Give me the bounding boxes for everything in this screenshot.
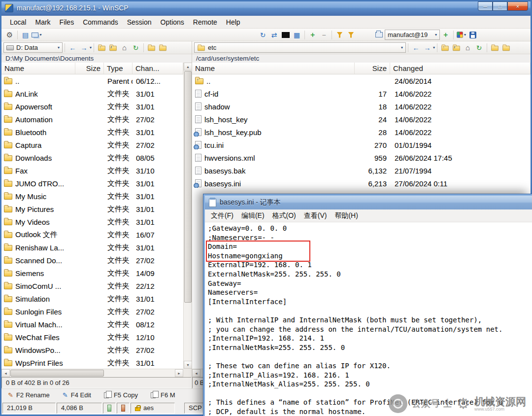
table-row[interactable]: tcu.ini27001/01/1994 <box>192 139 531 151</box>
remote-tree-button[interactable] <box>500 42 512 53</box>
parent-dir-button[interactable]: ↑ <box>96 42 107 53</box>
menu-help[interactable]: Help <box>222 17 245 28</box>
table-row[interactable]: cf-id1714/06/2022 <box>192 87 531 100</box>
refresh-button[interactable]: ↻ <box>257 30 268 40</box>
table-row[interactable]: My Music文件夹31/01 <box>1 190 183 203</box>
table-row[interactable]: Captura文件夹27/02 <box>1 139 183 151</box>
refresh-dir-button[interactable]: ↻ <box>130 42 141 53</box>
column-size[interactable]: Size <box>75 63 104 74</box>
preferences-button[interactable]: ⚙ <box>4 30 15 40</box>
minimize-button[interactable]: ─ <box>478 1 493 11</box>
add-button[interactable]: ＋ <box>307 30 318 40</box>
remote-forward-button[interactable]: → <box>422 42 433 53</box>
panels-layout-button[interactable]: ▾ <box>31 30 42 40</box>
maximize-button[interactable]: □ <box>493 1 507 11</box>
remote-home-dir-button[interactable]: ⌂ <box>462 42 473 53</box>
table-row[interactable]: WeChat Files文件夹12/10 <box>1 331 183 344</box>
table-row[interactable]: Renishaw La...文件夹31/01 <box>1 241 183 254</box>
history-dropdown-icon[interactable]: ▾ <box>433 45 435 50</box>
columns-button[interactable]: ▦ <box>291 30 302 40</box>
menu-options[interactable]: Options <box>156 17 189 28</box>
session-color-button[interactable]: ▾ <box>456 30 467 40</box>
remote-dir-combo[interactable]: etc ▾ <box>194 42 406 53</box>
queue-button[interactable]: ▤ <box>20 30 31 40</box>
root-dir-button[interactable]: / <box>107 42 119 53</box>
table-row[interactable]: basesys.bak6,13221/07/1994 <box>192 164 531 177</box>
local-path[interactable]: D:\My Documents\Documents <box>1 54 192 63</box>
table-row[interactable]: SimoComU ...文件夹22/12 <box>1 279 183 292</box>
menu-session[interactable]: Session <box>123 17 156 28</box>
table-row[interactable]: WindowsPo...文件夹27/02 <box>1 344 183 356</box>
scrollbar-thumb[interactable] <box>184 71 192 303</box>
console-button[interactable] <box>280 30 291 40</box>
table-row[interactable]: Sunlogin Files文件夹27/02 <box>1 305 183 318</box>
table-row[interactable]: My Videos文件夹31/01 <box>1 215 183 228</box>
table-row[interactable]: shadow1814/06/2022 <box>192 100 531 113</box>
local-horizontal-scrollbar[interactable]: ◄ ► <box>1 369 183 377</box>
f6-move-button[interactable]: F6 M <box>144 389 182 401</box>
session-tabs-button[interactable] <box>373 30 385 40</box>
bookmark-dir-button[interactable] <box>146 42 157 53</box>
close-button[interactable]: × <box>507 1 528 11</box>
remote-horizontal-scrollbar[interactable]: ◄ <box>192 369 204 377</box>
table-row[interactable]: Fax文件夹31/10 <box>1 164 183 177</box>
log-status-cell[interactable] <box>117 403 130 414</box>
table-row[interactable]: ↑..Parent d...06/12... <box>1 74 183 87</box>
remote-path[interactable]: /card/user/system/etc <box>192 54 531 63</box>
home-dir-button[interactable]: ⌂ <box>119 42 130 53</box>
menu-files[interactable]: Files <box>55 17 79 28</box>
f4-edit-button[interactable]: ✎F4 Edit <box>56 389 98 401</box>
tree-button[interactable] <box>157 42 168 53</box>
column-name[interactable]: Name <box>1 63 75 74</box>
scroll-right-icon[interactable]: ► <box>175 369 183 377</box>
menu-commands[interactable]: Commands <box>78 17 123 28</box>
scroll-left-icon[interactable]: ◄ <box>192 369 200 377</box>
table-row[interactable]: basesys.ini6,21327/06/2024 0:11 <box>192 177 531 190</box>
table-row[interactable]: Automation文件夹27/02 <box>1 113 183 126</box>
remote-root-dir-button[interactable]: / <box>451 42 462 53</box>
menu-local[interactable]: Local <box>5 17 31 28</box>
column-type[interactable]: Type <box>104 63 133 74</box>
remove-button[interactable]: − <box>318 30 330 40</box>
remote-bookmark-button[interactable] <box>489 42 500 53</box>
back-button[interactable]: ← <box>67 42 78 53</box>
remote-back-button[interactable]: ← <box>410 42 422 53</box>
notepad-menu-file[interactable]: 文件(F) <box>207 210 237 222</box>
filter-button[interactable] <box>334 30 345 40</box>
notepad-menu-help[interactable]: 帮助(H) <box>331 210 362 222</box>
table-row[interactable]: AnLink文件夹31/01 <box>1 87 183 100</box>
notepad-title-bar[interactable]: basesys.ini - 记事本 <box>205 196 532 209</box>
scroll-up-icon[interactable]: ▲ <box>184 63 192 70</box>
table-row[interactable]: Siemens文件夹14/09 <box>1 267 183 279</box>
filter-edit-button[interactable] <box>345 30 357 40</box>
table-row[interactable]: Outlook 文件文件夹16/07 <box>1 228 183 241</box>
table-row[interactable]: Apowersoft文件夹31/01 <box>1 100 183 113</box>
table-row[interactable]: Scanned Do...文件夹27/02 <box>1 254 183 267</box>
table-row[interactable]: WpsPrint Files文件夹31/01 <box>1 356 183 369</box>
remote-refresh-button[interactable]: ↻ <box>473 42 485 53</box>
forward-button[interactable]: → <box>78 42 90 53</box>
table-row[interactable]: Bluetooth文件夹31/01 <box>1 126 183 139</box>
f2-rename-button[interactable]: ✎F2 Rename <box>1 389 56 401</box>
notepad-menu-view[interactable]: 查看(V) <box>300 210 331 222</box>
history-dropdown-icon[interactable]: ▾ <box>90 45 92 50</box>
title-bar[interactable]: manufact@192.168.215.1 - WinSCP <box>0 0 532 16</box>
panel-splitter[interactable] <box>192 41 192 415</box>
notepad-text-area[interactable]: ;Gateway=0. 0. 0. 0 ;Nameservers=- - Dom… <box>205 222 532 416</box>
local-drive-combo[interactable]: D: Data ▾ <box>3 42 63 53</box>
table-row[interactable]: Simulation文件夹31/01 <box>1 292 183 305</box>
table-row[interactable]: Virtual Mach...文件夹08/12 <box>1 318 183 331</box>
table-row[interactable]: lsh_host_key2414/06/2022 <box>192 113 531 126</box>
column-changed[interactable]: Changed <box>390 63 531 74</box>
queue-status-cell[interactable] <box>103 403 116 414</box>
table-row[interactable]: ↑..24/06/2014 <box>192 74 531 87</box>
scrollbar-thumb[interactable] <box>10 370 104 377</box>
table-row[interactable]: My Pictures文件夹31/01 <box>1 203 183 215</box>
save-session-button[interactable] <box>467 30 478 40</box>
notepad-menu-format[interactable]: 格式(O) <box>268 210 300 222</box>
session-combo[interactable]: manufact@19 ▾ <box>385 30 440 40</box>
local-vertical-scrollbar[interactable]: ▲ ▼ <box>183 63 192 369</box>
synchronize-button[interactable]: ⇄ <box>268 30 280 40</box>
remote-parent-dir-button[interactable]: ↑ <box>439 42 451 53</box>
table-row[interactable]: lsh_host_key.pub2814/06/2022 <box>192 126 531 139</box>
